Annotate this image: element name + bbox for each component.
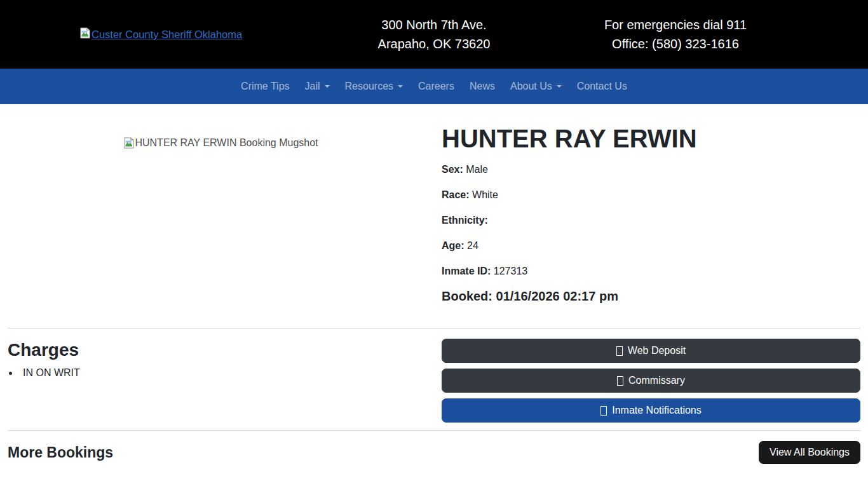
inmate-section: HUNTER RAY ERWIN Booking Mugshot HUNTER … [8, 119, 860, 304]
address-line-2: Arapaho, OK 73620 [378, 34, 491, 53]
nav-item-crime-tips[interactable]: Crime Tips [236, 76, 294, 97]
chevron-down-icon [557, 85, 562, 88]
mugshot-alt-text: HUNTER RAY ERWIN Booking Mugshot [135, 137, 318, 149]
charges-heading: Charges [8, 340, 434, 360]
mugshot-column: HUNTER RAY ERWIN Booking Mugshot [8, 119, 434, 304]
main-navbar: Crime Tips Jail Resources Careers News A… [0, 69, 868, 104]
nav-item-about-us[interactable]: About Us [505, 76, 567, 97]
chevron-down-icon [398, 85, 403, 88]
nav-item-contact-us[interactable]: Contact Us [572, 76, 632, 97]
missing-glyph-icon [617, 376, 623, 386]
nav-item-careers[interactable]: Careers [413, 76, 459, 97]
site-logo-link[interactable]: Custer County Sheriff Oklahoma [79, 27, 242, 41]
detail-inmate-id: Inmate ID: 127313 [442, 264, 860, 279]
nav-item-resources[interactable]: Resources [340, 76, 408, 97]
emergency-line: For emergencies dial 911 [604, 15, 747, 34]
address-line-1: 300 North 7th Ave. [378, 15, 491, 34]
detail-sex: Sex: Male [442, 162, 860, 177]
detail-ethnicity: Ethnicity: [442, 213, 860, 228]
office-phone: Office: (580) 323-1616 [604, 34, 747, 53]
nav-item-jail[interactable]: Jail [300, 76, 335, 97]
main-content: HUNTER RAY ERWIN Booking Mugshot HUNTER … [0, 119, 868, 464]
mugshot-broken-image: HUNTER RAY ERWIN Booking Mugshot [123, 137, 318, 151]
missing-glyph-icon [616, 346, 623, 356]
inmate-info-column: HUNTER RAY ERWIN Sex: Male Race: White E… [434, 119, 860, 304]
missing-glyph-icon [600, 406, 607, 416]
charge-item: IN ON WRIT [9, 365, 434, 381]
section-divider [8, 430, 860, 431]
inmate-name-heading: HUNTER RAY ERWIN [442, 125, 860, 153]
broken-image-icon [79, 27, 91, 41]
site-logo-text: Custer County Sheriff Oklahoma [92, 29, 242, 41]
charges-column: Charges IN ON WRIT [8, 329, 434, 423]
header-emergency: For emergencies dial 911 Office: (580) 3… [604, 15, 747, 53]
site-header: Custer County Sheriff Oklahoma 300 North… [0, 0, 868, 69]
broken-image-icon [123, 137, 135, 151]
header-address: 300 North 7th Ave. Arapaho, OK 73620 [378, 15, 491, 53]
charges-list: IN ON WRIT [8, 365, 434, 381]
web-deposit-button[interactable]: Web Deposit [442, 339, 860, 363]
detail-age: Age: 24 [442, 238, 860, 254]
view-all-bookings-button[interactable]: View All Bookings [759, 441, 860, 464]
inmate-notifications-button[interactable]: Inmate Notifications [442, 398, 860, 423]
nav-item-news[interactable]: News [465, 76, 500, 97]
detail-race: Race: White [442, 187, 860, 203]
actions-column: Web Deposit Commissary Inmate Notificati… [434, 329, 860, 423]
more-bookings-heading: More Bookings [8, 444, 113, 461]
chevron-down-icon [325, 85, 330, 88]
more-bookings-section: More Bookings View All Bookings [8, 441, 860, 464]
booked-date: Booked: 01/16/2026 02:17 pm [442, 289, 860, 304]
commissary-button[interactable]: Commissary [442, 369, 860, 393]
charges-section: Charges IN ON WRIT Web Deposit Commissar… [8, 329, 860, 423]
